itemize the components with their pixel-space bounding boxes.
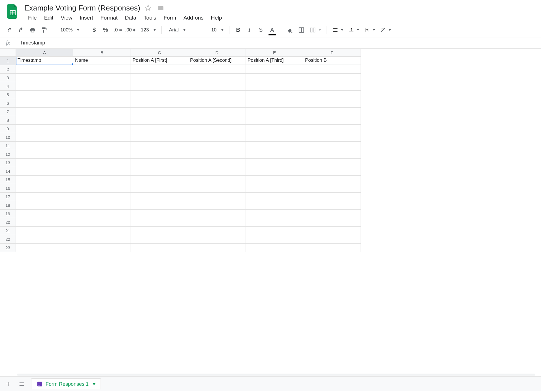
row-header[interactable]: 17: [0, 193, 16, 201]
cell[interactable]: [303, 82, 361, 91]
cell[interactable]: [303, 150, 361, 159]
more-formats-dropdown[interactable]: 123: [137, 27, 157, 33]
cell[interactable]: [131, 150, 188, 159]
menu-view[interactable]: View: [57, 14, 76, 22]
cell[interactable]: [73, 244, 131, 252]
cell[interactable]: [16, 91, 73, 99]
cell[interactable]: [246, 142, 303, 150]
format-currency-button[interactable]: $: [89, 25, 99, 35]
row-header[interactable]: 23: [0, 244, 16, 252]
cell[interactable]: [131, 91, 188, 99]
font-family-dropdown[interactable]: Arial: [166, 27, 200, 33]
cell[interactable]: [303, 159, 361, 167]
row-header[interactable]: 13: [0, 159, 16, 167]
column-header[interactable]: C: [131, 49, 188, 57]
sheets-logo[interactable]: [5, 3, 20, 20]
row-header[interactable]: 21: [0, 227, 16, 235]
cell[interactable]: [73, 193, 131, 201]
row-header[interactable]: 8: [0, 116, 16, 125]
cell[interactable]: [188, 74, 246, 82]
print-button[interactable]: [28, 25, 37, 35]
cell[interactable]: [303, 218, 361, 227]
cell[interactable]: [246, 116, 303, 125]
cell[interactable]: [131, 184, 188, 193]
cell[interactable]: [16, 82, 73, 91]
cell[interactable]: [73, 108, 131, 116]
cell[interactable]: [16, 150, 73, 159]
undo-button[interactable]: [5, 25, 15, 35]
cell[interactable]: [188, 91, 246, 99]
cell[interactable]: [73, 82, 131, 91]
cell[interactable]: Position A [Second]: [188, 57, 246, 65]
sheet-tab-active[interactable]: Form Responses 1: [31, 378, 101, 389]
cell[interactable]: [188, 244, 246, 252]
menu-insert[interactable]: Insert: [76, 14, 97, 22]
cell[interactable]: [188, 167, 246, 176]
cell[interactable]: [131, 116, 188, 125]
cell[interactable]: [131, 82, 188, 91]
cell[interactable]: [303, 244, 361, 252]
cell[interactable]: [188, 133, 246, 142]
cell[interactable]: [246, 218, 303, 227]
cell[interactable]: [303, 91, 361, 99]
cell[interactable]: [131, 142, 188, 150]
cell[interactable]: [131, 99, 188, 108]
cell[interactable]: [16, 218, 73, 227]
cell[interactable]: [188, 65, 246, 74]
row-header[interactable]: 5: [0, 91, 16, 99]
cell[interactable]: [131, 65, 188, 74]
cell[interactable]: [246, 210, 303, 218]
cell[interactable]: [188, 184, 246, 193]
horizontal-scrollbar[interactable]: [0, 373, 541, 377]
cell[interactable]: [188, 210, 246, 218]
formula-input[interactable]: [16, 37, 541, 48]
cell[interactable]: [246, 193, 303, 201]
cell[interactable]: [131, 108, 188, 116]
cell[interactable]: [131, 201, 188, 210]
cell[interactable]: Position A [Third]: [246, 57, 303, 65]
row-header[interactable]: 20: [0, 218, 16, 227]
row-header[interactable]: 15: [0, 176, 16, 184]
cell[interactable]: [303, 125, 361, 133]
cell[interactable]: [246, 65, 303, 74]
cell[interactable]: [246, 159, 303, 167]
cell[interactable]: [73, 99, 131, 108]
cell[interactable]: [73, 74, 131, 82]
cell[interactable]: [246, 244, 303, 252]
cell[interactable]: [246, 184, 303, 193]
cell[interactable]: [16, 210, 73, 218]
merge-cells-dropdown[interactable]: [308, 27, 323, 33]
cell[interactable]: [188, 235, 246, 244]
row-header[interactable]: 19: [0, 210, 16, 218]
cell[interactable]: [131, 176, 188, 184]
cell[interactable]: Position B: [303, 57, 361, 65]
cell[interactable]: Timestamp: [16, 57, 73, 65]
row-header[interactable]: 14: [0, 167, 16, 176]
cell[interactable]: [73, 227, 131, 235]
zoom-dropdown[interactable]: 100%: [57, 27, 81, 33]
fill-color-button[interactable]: [285, 25, 295, 35]
cell[interactable]: [73, 210, 131, 218]
cell[interactable]: [246, 201, 303, 210]
cell[interactable]: [303, 184, 361, 193]
cell[interactable]: [16, 244, 73, 252]
column-header[interactable]: D: [188, 49, 246, 57]
cell[interactable]: [303, 133, 361, 142]
cell[interactable]: [16, 108, 73, 116]
cell[interactable]: [131, 210, 188, 218]
cell[interactable]: [16, 201, 73, 210]
cell[interactable]: [131, 244, 188, 252]
cell[interactable]: [303, 235, 361, 244]
cell[interactable]: [16, 167, 73, 176]
row-header[interactable]: 3: [0, 74, 16, 82]
cell[interactable]: [188, 82, 246, 91]
cell[interactable]: [73, 176, 131, 184]
cell[interactable]: [73, 142, 131, 150]
row-header[interactable]: 1: [0, 57, 16, 65]
paint-format-button[interactable]: [39, 25, 49, 35]
font-size-dropdown[interactable]: 10: [208, 27, 225, 33]
select-all-corner[interactable]: [0, 49, 16, 57]
fx-icon[interactable]: fx: [0, 40, 16, 46]
cell[interactable]: [303, 142, 361, 150]
italic-button[interactable]: I: [245, 25, 254, 35]
